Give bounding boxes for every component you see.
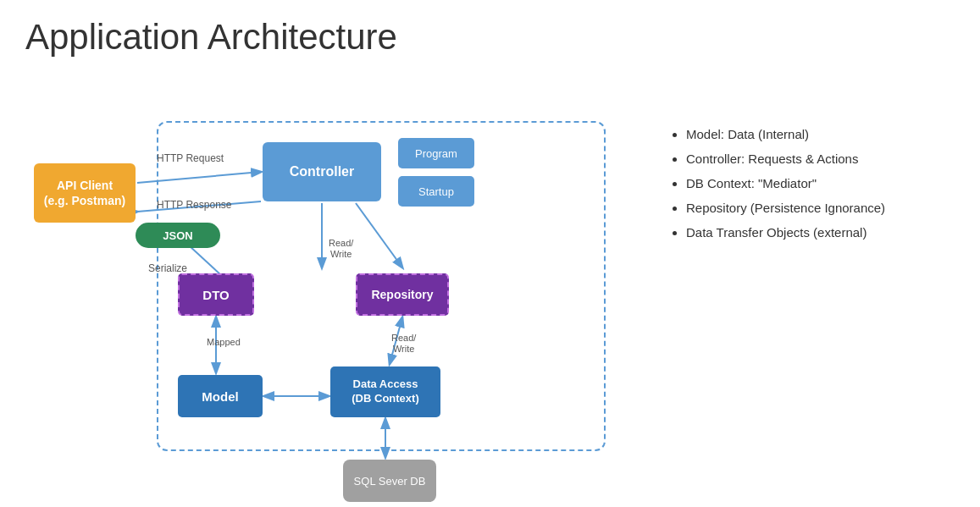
bullet-item: Model: Data (Internal) xyxy=(686,125,906,143)
repository-box: Repository xyxy=(356,273,449,316)
diagram: API Client(e.g. Postman) Controller Prog… xyxy=(25,74,635,489)
diagram-area: API Client(e.g. Postman) Controller Prog… xyxy=(25,74,955,489)
sql-db-box: SQL Sever DB xyxy=(343,460,436,502)
json-oval: JSON xyxy=(136,223,220,248)
data-access-box: Data Access(DB Context) xyxy=(330,366,440,417)
bullet-item: Data Transfer Objects (external) xyxy=(686,223,906,241)
model-box: Model xyxy=(178,375,263,417)
startup-box: Startup xyxy=(398,176,474,207)
mapped-label: Mapped xyxy=(207,337,241,347)
page-title: Application Architecture xyxy=(25,17,955,58)
dto-box: DTO xyxy=(178,273,254,316)
http-request-label: HTTP Request xyxy=(157,152,224,164)
program-box: Program xyxy=(398,138,474,168)
bullet-item: Repository (Persistence Ignorance) xyxy=(686,199,906,217)
read-write-top-label: Read/Write xyxy=(329,238,353,260)
page: Application Architecture xyxy=(0,0,980,507)
api-client-box: API Client(e.g. Postman) xyxy=(34,163,136,223)
bullet-item: Controller: Requests & Actions xyxy=(686,150,906,168)
bullet-list: Model: Data (Internal)Controller: Reques… xyxy=(669,74,906,248)
controller-box: Controller xyxy=(263,142,381,201)
read-write-bottom-label: Read/Write xyxy=(391,333,416,355)
bullet-item: DB Context: "Mediator" xyxy=(686,174,906,192)
http-response-label: HTTP Response xyxy=(157,199,231,211)
serialize-label: Serialize xyxy=(148,262,187,274)
bullets-list: Model: Data (Internal)Controller: Reques… xyxy=(669,125,906,241)
